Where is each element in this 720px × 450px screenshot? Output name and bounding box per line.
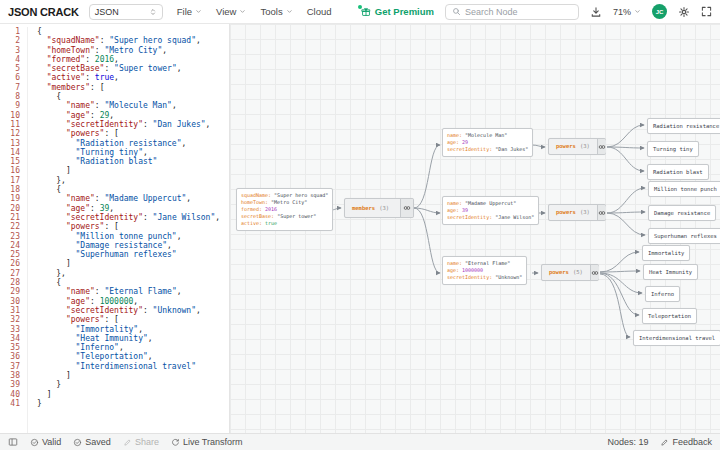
code-line: "Damage resistance",: [37, 241, 220, 250]
select-updown-icon: [149, 8, 157, 16]
code-line: "Immortality",: [37, 325, 220, 334]
toolbar-right: Get Premium 71% JC: [361, 4, 712, 20]
code-line: "Interdimensional travel": [37, 362, 220, 371]
fullscreen-button[interactable]: [701, 6, 712, 17]
node-row: squadName:"Super hero squad": [241, 192, 328, 199]
settings-gear-button[interactable]: [678, 6, 690, 18]
saved-status: Saved: [73, 437, 111, 447]
node-leaf[interactable]: Turning tiny: [647, 141, 699, 157]
code-line: "name": "Eternal Flame",: [37, 287, 220, 296]
code-line: "active": true,: [37, 73, 220, 82]
line-number: 41: [0, 399, 20, 408]
line-number: 25: [0, 250, 20, 259]
code-line: "name": "Madame Uppercut",: [37, 194, 220, 203]
check-circle-icon: [30, 438, 39, 447]
line-number: 32: [0, 315, 20, 324]
collapse-node-button[interactable]: [597, 205, 606, 220]
node-leaf[interactable]: Radiation resistance: [647, 118, 720, 134]
node-row: formed:2016: [241, 206, 328, 213]
code-line: "formed": 2016,: [37, 55, 220, 64]
line-number: 8: [0, 92, 20, 101]
feedback-button[interactable]: Feedback: [660, 437, 712, 447]
chain-icon: [598, 209, 606, 217]
line-number: 18: [0, 185, 20, 194]
chevron-down-icon: [195, 8, 202, 15]
node-member-eternal-flame[interactable]: name:"Eternal Flame"age:1000000secretIde…: [442, 256, 527, 285]
zoom-control[interactable]: 71%: [613, 7, 641, 17]
code-line: "secretIdentity": "Dan Jukes",: [37, 120, 220, 129]
graph-canvas[interactable]: squadName:"Super hero squad"homeTown:"Me…: [230, 24, 720, 433]
code-line: "secretBase": "Super tower",: [37, 64, 220, 73]
node-leaf[interactable]: Inferno: [645, 286, 680, 302]
code-line: "age": 29,: [37, 111, 220, 120]
code-line: ]: [37, 371, 220, 380]
format-select[interactable]: JSON: [89, 4, 163, 20]
line-number: 26: [0, 259, 20, 268]
collapse-node-button[interactable]: [597, 139, 606, 154]
editor-line-numbers: 1234567891011121314151617181920212223242…: [0, 27, 28, 433]
node-root-object[interactable]: squadName:"Super hero squad"homeTown:"Me…: [236, 188, 333, 231]
node-row: name:"Eternal Flame": [447, 260, 522, 267]
json-editor[interactable]: 1234567891011121314151617181920212223242…: [0, 24, 230, 433]
node-search[interactable]: [445, 4, 579, 20]
download-button[interactable]: [590, 6, 602, 18]
line-number: 23: [0, 232, 20, 241]
code-line: {: [37, 27, 220, 36]
code-line: "homeTown": "Metro City",: [37, 46, 220, 55]
node-leaf[interactable]: Superhuman reflexes: [648, 228, 720, 244]
line-number: 33: [0, 325, 20, 334]
node-row: active:true: [241, 220, 328, 227]
toolbar: JSON CRACK JSON File View Tools Cloud Ge…: [0, 0, 720, 24]
node-row: secretIdentity:"Jane Wilson": [447, 214, 534, 221]
collapse-node-button[interactable]: [590, 265, 599, 280]
get-premium-button[interactable]: Get Premium: [361, 6, 434, 17]
line-number: 16: [0, 166, 20, 175]
line-number: 36: [0, 352, 20, 361]
share-button[interactable]: Share: [123, 437, 159, 447]
node-leaf[interactable]: Interdimensional travel: [633, 330, 720, 346]
menu-view[interactable]: View: [216, 6, 246, 17]
node-powers1-array[interactable]: powers (3): [548, 138, 606, 155]
code-line: ]: [37, 390, 220, 399]
code-line: "age": 1000000,: [37, 297, 220, 306]
node-leaf[interactable]: Damage resistance: [648, 205, 716, 221]
collapse-node-button[interactable]: [400, 199, 413, 217]
avatar[interactable]: JC: [652, 4, 667, 19]
menu-bar: File View Tools Cloud: [177, 6, 332, 17]
code-line: "name": "Molecule Man",: [37, 101, 220, 110]
node-leaf[interactable]: Million tonne punch: [648, 181, 720, 197]
node-leaf[interactable]: Immortality: [642, 245, 690, 261]
chevron-down-icon: [634, 8, 641, 15]
editor-code[interactable]: { "squadName": "Super hero squad", "home…: [28, 27, 220, 433]
code-line: ]: [37, 166, 220, 175]
search-input[interactable]: [465, 7, 572, 17]
pencil-icon: [123, 438, 132, 447]
array-count: (3): [379, 205, 389, 212]
node-members-array[interactable]: members (3): [344, 198, 414, 218]
chain-icon: [403, 204, 411, 212]
line-number: 5: [0, 64, 20, 73]
live-transform-toggle[interactable]: Live Transform: [171, 437, 243, 447]
toggle-editor-panel-button[interactable]: [8, 437, 18, 447]
line-number: 2: [0, 36, 20, 45]
node-powers3-array[interactable]: powers (5): [541, 264, 599, 281]
code-line: {: [37, 185, 220, 194]
node-member-molecule-man[interactable]: name:"Molecule Man"age:29secretIdentity:…: [442, 128, 533, 157]
line-number: 14: [0, 148, 20, 157]
menu-file[interactable]: File: [177, 6, 202, 17]
code-line: "secretIdentity": "Unknown",: [37, 306, 220, 315]
menu-cloud[interactable]: Cloud: [307, 6, 332, 17]
node-member-madame-uppercut[interactable]: name:"Madame Uppercut"age:39secretIdenti…: [442, 196, 539, 225]
menu-tools[interactable]: Tools: [260, 6, 292, 17]
line-number: 40: [0, 390, 20, 399]
node-leaf[interactable]: Teleportation: [642, 308, 697, 324]
line-number: 30: [0, 297, 20, 306]
node-row: secretIdentity:"Dan Jukes": [447, 146, 528, 153]
node-leaf[interactable]: Radiation blast: [647, 164, 709, 180]
format-select-value: JSON: [95, 7, 119, 17]
code-line: "members": [: [37, 83, 220, 92]
array-label: powers: [549, 269, 569, 276]
node-leaf[interactable]: Heat Immunity: [643, 264, 698, 280]
line-number: 15: [0, 157, 20, 166]
node-powers2-array[interactable]: powers (3): [548, 204, 606, 221]
